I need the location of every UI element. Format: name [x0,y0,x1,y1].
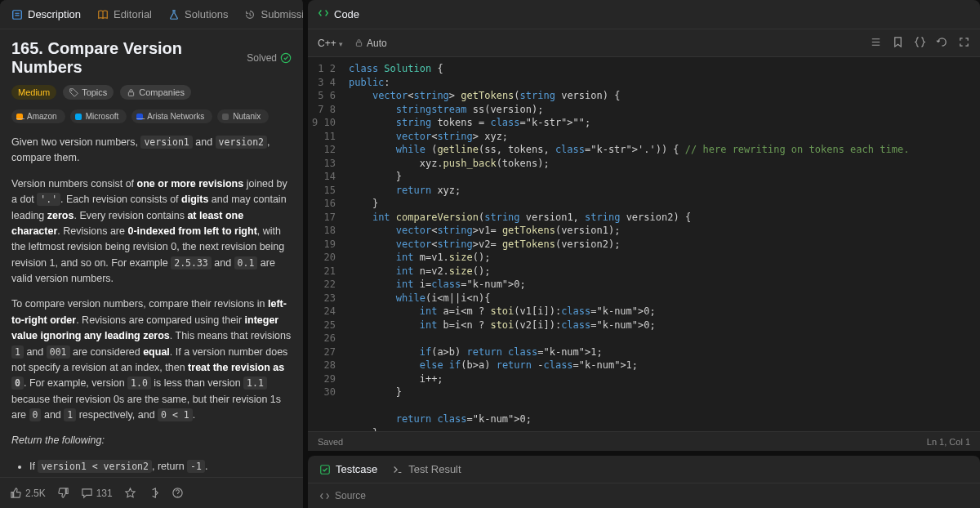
tab-solutions[interactable]: Solutions [162,3,234,25]
bookmark-icon [892,36,904,48]
left-tabs: Description Editorial Solutions Submissi… [0,0,303,29]
thumbs-up-icon [10,487,22,499]
auto-toggle[interactable]: Auto [354,38,387,49]
code-editor[interactable]: 1 2 3 4 5 6 7 8 9 10 11 12 13 14 15 16 1… [308,57,980,431]
tab-testcase[interactable]: Testcase [319,463,377,475]
braces-icon [914,36,926,48]
description-paragraph: Version numbers consist of one or more r… [11,176,292,287]
problem-title: 165. Compare Version Numbers [11,39,247,77]
lock-icon [354,38,363,47]
thumbs-down-icon [57,487,69,499]
chat-icon [81,487,93,499]
line-gutter: 1 2 3 4 5 6 7 8 9 10 11 12 13 14 15 16 1… [308,57,344,431]
code-icon [319,491,330,501]
tab-editorial[interactable]: Editorial [91,3,158,25]
tab-testresult[interactable]: Test Result [392,463,461,475]
problem-panel: Description Editorial Solutions Submissi… [0,0,308,508]
code-area[interactable]: class Solution { public: vector<string> … [344,57,909,431]
reset-icon [936,36,948,48]
svg-rect-0 [13,10,22,19]
star-icon [124,487,136,499]
problem-footer: 2.5K 131 [0,477,303,508]
like-count: 2.5K [25,488,46,499]
description-icon [11,9,23,20]
description-list-item: If version1 < version2, return -1. [29,459,292,475]
svg-point-4 [71,90,72,91]
check-circle-icon [280,52,292,64]
companies-badge[interactable]: Companies [120,85,191,100]
dislike-button[interactable] [57,487,69,499]
code-header: Code [308,0,980,29]
company-chips: —Amazon Microsoft —Arista Networks Nutan… [11,109,292,123]
svg-point-3 [281,53,290,62]
like-button[interactable]: 2.5K [10,487,46,499]
code-panel: Code C++ ▾ Auto 1 2 3 4 5 6 7 8 9 10 11 … [308,0,980,508]
tab-submissions-label: Submissions [261,8,308,20]
code-icon [318,7,329,21]
question-icon [172,487,184,499]
tab-submissions[interactable]: Submissions [238,3,308,25]
svg-rect-7 [356,42,361,47]
editor-toolbar: C++ ▾ Auto [308,29,980,57]
tag-icon [69,88,78,97]
problem-description: 165. Compare Version Numbers Solved Medi… [0,29,303,477]
share-button[interactable] [148,487,160,499]
terminal-icon [392,464,403,475]
format-button[interactable] [870,36,882,51]
flask-icon [168,9,180,20]
list-icon [870,36,882,48]
tab-description[interactable]: Description [5,3,87,25]
braces-button[interactable] [914,36,926,51]
tab-editorial-label: Editorial [114,8,152,20]
comment-count: 131 [96,488,113,499]
help-button[interactable] [172,487,184,499]
editor-statusbar: Saved Ln 1, Col 1 [308,431,980,451]
difficulty-badge: Medium [11,85,56,100]
cursor-position: Ln 1, Col 1 [927,437,970,447]
svg-rect-5 [129,91,134,96]
description-paragraph: Given two version numbers, version1 and … [11,135,292,167]
solved-indicator: Solved [247,52,292,64]
description-paragraph: Return the following: [11,433,292,448]
star-button[interactable] [124,487,136,499]
fullscreen-icon [958,36,970,48]
book-icon [97,9,109,20]
bookmark-button[interactable] [892,36,904,51]
tab-description-label: Description [28,8,81,20]
source-row[interactable]: Source [308,483,980,508]
company-chip[interactable]: —Arista Networks [131,109,212,123]
check-square-icon [319,464,331,475]
description-paragraph: To compare version numbers, compare thei… [11,296,292,423]
fullscreen-button[interactable] [958,36,970,51]
company-chip[interactable]: —Amazon [11,109,65,123]
topics-badge[interactable]: Topics [63,85,114,100]
comments-button[interactable]: 131 [81,487,113,499]
share-icon [148,487,160,499]
history-icon [244,9,256,20]
saved-label: Saved [318,437,343,447]
language-selector[interactable]: C++ ▾ [318,38,343,49]
bottom-panel: Testcase Test Result Source [308,456,980,508]
tab-solutions-label: Solutions [185,8,228,20]
code-header-label: Code [334,8,359,20]
reset-button[interactable] [936,36,948,51]
lock-icon [127,88,136,97]
company-chip[interactable]: Microsoft [70,109,127,123]
company-chip[interactable]: Nutanix [217,109,269,123]
